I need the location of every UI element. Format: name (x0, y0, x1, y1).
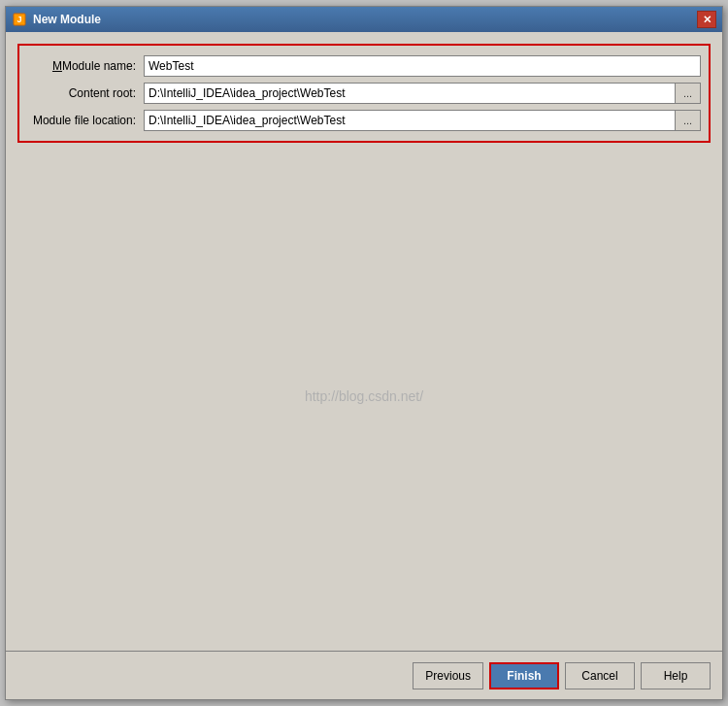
dialog-body: MModule name: Content root: ... Module f… (6, 32, 722, 651)
form-section: MModule name: Content root: ... Module f… (17, 44, 711, 143)
content-root-label: Content root: (27, 86, 144, 100)
module-file-location-label: Module file location: (27, 114, 144, 127)
previous-button[interactable]: Previous (413, 662, 483, 689)
cancel-button[interactable]: Cancel (565, 662, 635, 689)
finish-button[interactable]: Finish (489, 662, 559, 689)
app-icon: J (12, 12, 27, 27)
title-bar: J New Module ✕ (6, 7, 722, 32)
module-file-location-browse-button[interactable]: ... (676, 110, 701, 131)
help-button[interactable]: Help (641, 662, 711, 689)
content-root-browse-button[interactable]: ... (676, 83, 701, 104)
dialog-footer: Previous Finish Cancel Help (6, 651, 722, 699)
module-name-row: MModule name: (27, 55, 701, 77)
module-file-location-input[interactable] (144, 110, 676, 131)
svg-text:J: J (17, 15, 21, 24)
window-title: New Module (33, 13, 697, 26)
watermark-text: http://blog.csdn.net/ (305, 388, 423, 404)
dialog-window: J New Module ✕ MModule name: Content roo… (5, 6, 723, 700)
content-root-row: Content root: ... (27, 83, 701, 104)
module-file-location-row: Module file location: ... (27, 110, 701, 131)
module-name-input[interactable] (144, 55, 701, 77)
module-name-label: MModule name: (27, 59, 144, 73)
content-root-input[interactable] (144, 83, 676, 104)
content-area: http://blog.csdn.net/ (17, 152, 711, 639)
close-button[interactable]: ✕ (697, 11, 716, 28)
